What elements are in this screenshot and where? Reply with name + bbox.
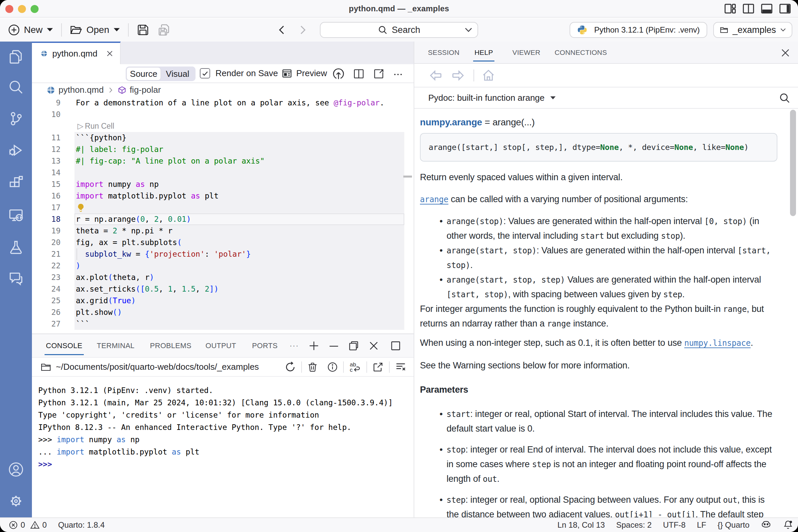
code-line[interactable]: 16import matplotlib.pyplot as plt (32, 190, 414, 202)
explorer-icon[interactable] (8, 49, 24, 65)
help-back-icon[interactable] (428, 68, 443, 83)
open-in-new-window-icon[interactable] (373, 68, 384, 79)
sessions-icon[interactable] (8, 207, 24, 223)
account-icon[interactable] (8, 461, 24, 477)
panel-add-icon[interactable] (308, 341, 319, 351)
code-line[interactable]: 14 (32, 167, 414, 178)
extensions-icon[interactable] (8, 174, 24, 191)
run-debug-icon[interactable] (8, 142, 24, 158)
toggle-secondary-sidebar-icon[interactable] (779, 2, 791, 15)
tab-viewer[interactable]: VIEWER (512, 41, 540, 63)
code-line[interactable]: 21 subplot_kw = {'projection': 'polar'} (32, 248, 414, 260)
trash-icon[interactable] (307, 362, 318, 373)
global-search-input[interactable]: Search (320, 22, 478, 38)
encoding-status[interactable]: UTF-8 (663, 520, 686, 530)
panel-tab-console[interactable]: CONSOLE (46, 334, 82, 357)
testing-icon[interactable] (8, 240, 24, 255)
eol-status[interactable]: LF (697, 520, 706, 530)
search-expand-icon[interactable] (465, 27, 472, 33)
notifications-bell-icon[interactable] (783, 520, 793, 530)
secondary-panel-close-icon[interactable] (779, 46, 792, 59)
code-line[interactable]: 18r = np.arange(0, 2, 0.01) (32, 213, 414, 225)
tab-connections[interactable]: CONNECTIONS (555, 41, 607, 63)
workspace-selector-button[interactable]: _examples (713, 22, 792, 38)
help-topic-title[interactable]: Pydoc: built-in function arange (428, 93, 545, 103)
code-line[interactable]: 11```{python} (32, 132, 414, 144)
toolbar-separator (389, 361, 390, 373)
tab-close-icon[interactable] (106, 49, 114, 58)
render-document-icon[interactable] (332, 68, 345, 80)
code-line[interactable]: 27``` (32, 318, 414, 330)
tab-python-qmd[interactable]: python.qmd (32, 41, 121, 64)
console-working-directory-group: ~/Documents/posit/quarto-web/docs/tools/… (41, 358, 259, 376)
panel-tab-output[interactable]: OUTPUT (206, 334, 236, 357)
code-line[interactable]: 17 (32, 202, 414, 213)
help-scrollbar-thumb[interactable] (790, 110, 796, 216)
source-control-icon[interactable] (8, 111, 24, 127)
toolbar-separator (474, 70, 474, 81)
code-line[interactable]: 10 (32, 109, 414, 120)
code-line[interactable]: 9For a demonstration of a line plot on a… (32, 97, 414, 109)
toggle-panel-icon[interactable] (760, 2, 773, 15)
mode-visual-button[interactable]: Visual (160, 68, 194, 80)
panel-minimize-icon[interactable] (328, 341, 339, 351)
run-cell-codelens[interactable]: ▷ Run Cell (32, 120, 414, 132)
caret-down-icon (550, 96, 556, 100)
cursor-position-status[interactable]: Ln 18, Col 13 (557, 520, 605, 530)
copilot-status-icon[interactable] (761, 520, 772, 530)
editor-scrollbar-thumb[interactable] (403, 175, 412, 177)
restart-console-icon[interactable] (285, 361, 296, 373)
customize-layout-icon[interactable] (724, 2, 737, 15)
history-forward-button[interactable] (295, 23, 310, 37)
chat-icon[interactable] (8, 270, 24, 286)
panel-close-icon[interactable] (368, 341, 379, 351)
quarto-file-icon (46, 86, 55, 94)
word-wrap-icon[interactable]: abc (349, 361, 361, 373)
code-editor[interactable]: 9For a demonstration of a line plot on a… (32, 97, 414, 334)
language-mode-status[interactable]: {} Quarto (718, 520, 749, 530)
history-back-button[interactable] (274, 23, 289, 37)
tab-help[interactable]: HELP (474, 41, 493, 63)
panel-tab-terminal[interactable]: TERMINAL (97, 334, 135, 357)
code-line[interactable]: 25ax.grid(True) (32, 295, 414, 307)
problems-status[interactable]: 0 0 (8, 520, 47, 530)
code-line[interactable]: 20fig, ax = plt.subplots( (32, 237, 414, 248)
code-line[interactable]: 15import numpy as np (32, 178, 414, 190)
split-editor-icon[interactable] (353, 68, 364, 79)
render-on-save-checkbox[interactable] (200, 68, 210, 78)
toolbar-separator (343, 361, 344, 373)
panel-more-tabs-icon[interactable]: ··· (290, 334, 299, 357)
breadcrumb-file[interactable]: python.qmd (58, 85, 104, 95)
search-sidebar-icon[interactable] (8, 79, 24, 95)
tab-session[interactable]: SESSION (428, 41, 459, 63)
panel-maximize-icon[interactable] (391, 341, 401, 351)
code-line[interactable]: 23ax.plot(theta, r) (32, 272, 414, 283)
panel-tab-problems[interactable]: PROBLEMS (150, 334, 191, 357)
console-output[interactable]: Python 3.12.1 (PipEnv: .venv) started.Py… (32, 377, 414, 517)
code-line[interactable]: 24ax.set_rticks([0.5, 1, 1.5, 2]) (32, 283, 414, 295)
panel-tab-ports[interactable]: PORTS (252, 334, 278, 357)
code-line[interactable]: 13#| fig-cap: "A line plot on a polar ax… (32, 155, 414, 167)
console-actions-group: abc (285, 358, 414, 376)
code-line[interactable]: 22) (32, 260, 414, 272)
preview-button[interactable]: Preview (282, 64, 327, 82)
help-search-icon[interactable] (778, 92, 791, 105)
more-actions-icon[interactable] (393, 70, 403, 79)
settings-gear-icon[interactable] (8, 493, 24, 509)
move-console-icon[interactable] (373, 361, 384, 373)
interpreter-selector-button[interactable]: Python 3.12.1 (PipEnv: .venv) (570, 22, 707, 38)
info-icon[interactable] (327, 362, 338, 373)
code-line[interactable]: 19theta = 2 * np.pi * r (32, 225, 414, 237)
help-forward-icon[interactable] (451, 68, 466, 83)
mode-source-button[interactable]: Source (127, 68, 160, 80)
help-home-icon[interactable] (481, 69, 495, 82)
quarto-version-status[interactable]: Quarto: 1.8.4 (58, 520, 105, 530)
split-editor-layout-icon[interactable] (742, 2, 755, 15)
editor-area: python.qmd Source Visual Render on Save (32, 41, 414, 517)
breadcrumb-symbol[interactable]: fig-polar (130, 85, 161, 95)
panel-restore-icon[interactable] (348, 341, 359, 351)
clear-console-icon[interactable] (395, 361, 406, 373)
code-line[interactable]: 26plt.show() (32, 307, 414, 318)
code-line[interactable]: 12#| label: fig-polar (32, 144, 414, 155)
indentation-status[interactable]: Spaces: 2 (616, 520, 652, 530)
